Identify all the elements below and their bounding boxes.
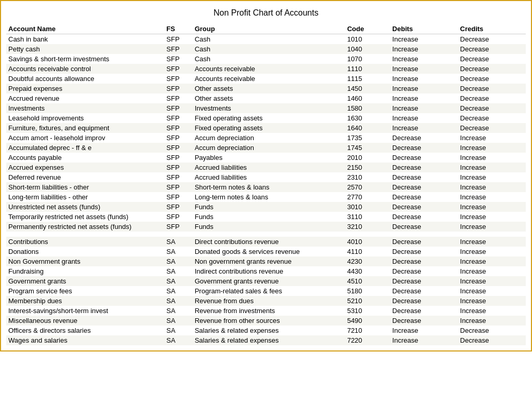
cell-account-name: Short-term liabilities - other xyxy=(6,182,164,192)
cell-credits: Decrease xyxy=(458,64,526,74)
cell-debits: Increase xyxy=(390,84,458,93)
cell-debits: Decrease xyxy=(390,182,458,192)
cell-group: Funds xyxy=(193,202,345,212)
cell-group: Salaries & related expenses xyxy=(193,335,345,345)
cell-fs: SFP xyxy=(164,84,192,93)
col-header-fs: FS xyxy=(164,24,192,34)
cell-credits: Increase xyxy=(458,212,526,222)
table-row: Interest-savings/short-term invest SA Re… xyxy=(6,306,526,316)
cell-code: 4430 xyxy=(345,266,390,276)
cell-account-name: Permanently restricted net assets (funds… xyxy=(6,222,164,232)
table-row: Wages and salaries SA Salaries & related… xyxy=(6,335,526,345)
cell-fs: SFP xyxy=(164,202,192,212)
cell-credits: Increase xyxy=(458,266,526,276)
table-row: Short-term liabilities - other SFP Short… xyxy=(6,182,526,192)
cell-account-name: Accum amort - leasehold improv xyxy=(6,133,164,143)
cell-code: 3010 xyxy=(345,202,390,212)
table-row: Accounts receivable control SFP Accounts… xyxy=(6,64,526,74)
cell-group: Program-related sales & fees xyxy=(193,286,345,296)
cell-credits: Increase xyxy=(458,286,526,296)
cell-code: 5210 xyxy=(345,296,390,306)
cell-debits: Decrease xyxy=(390,247,458,256)
cell-debits: Increase xyxy=(390,113,458,123)
cell-debits: Decrease xyxy=(390,256,458,266)
cell-credits: Decrease xyxy=(458,335,526,345)
cell-account-name: Accrued expenses xyxy=(6,163,164,172)
cell-group: Salaries & related expenses xyxy=(193,326,345,335)
cell-fs: SFP xyxy=(164,54,192,64)
cell-group: Other assets xyxy=(193,93,345,103)
table-row: Prepaid expenses SFP Other assets 1450 I… xyxy=(6,84,526,93)
cell-group: Non government grants revenue xyxy=(193,256,345,266)
cell-credits: Decrease xyxy=(458,326,526,335)
cell-code: 4230 xyxy=(345,256,390,266)
table-row: Non Government grants SA Non government … xyxy=(6,256,526,266)
table-row: Officers & directors salaries SA Salarie… xyxy=(6,326,526,335)
cell-code: 2150 xyxy=(345,163,390,172)
cell-fs: SA xyxy=(164,316,192,326)
col-header-credits: Credits xyxy=(458,24,526,34)
cell-credits: Increase xyxy=(458,237,526,247)
cell-group: Cash xyxy=(193,54,345,64)
cell-group: Accrued liabilities xyxy=(193,172,345,182)
cell-group: Cash xyxy=(193,44,345,54)
cell-debits: Decrease xyxy=(390,296,458,306)
cell-debits: Increase xyxy=(390,326,458,335)
cell-debits: Increase xyxy=(390,103,458,113)
cell-debits: Decrease xyxy=(390,192,458,202)
cell-code: 3210 xyxy=(345,222,390,232)
cell-fs: SFP xyxy=(164,212,192,222)
cell-debits: Decrease xyxy=(390,286,458,296)
table-row: Leasehold improvements SFP Fixed operati… xyxy=(6,113,526,123)
cell-credits: Increase xyxy=(458,222,526,232)
cell-credits: Increase xyxy=(458,143,526,153)
cell-account-name: Doubtful accounts allowance xyxy=(6,74,164,84)
cell-account-name: Leasehold improvements xyxy=(6,113,164,123)
spacer-row xyxy=(6,232,526,237)
cell-code: 1460 xyxy=(345,93,390,103)
cell-fs: SFP xyxy=(164,74,192,84)
cell-code: 7210 xyxy=(345,326,390,335)
table-row: Government grants SA Government grants r… xyxy=(6,276,526,286)
cell-code: 1735 xyxy=(345,133,390,143)
cell-code: 4010 xyxy=(345,237,390,247)
cell-credits: Increase xyxy=(458,316,526,326)
chart-of-accounts-table: Account Name FS Group Code Debits Credit… xyxy=(6,24,526,345)
cell-account-name: Contributions xyxy=(6,237,164,247)
cell-fs: SFP xyxy=(164,143,192,153)
cell-group: Revenue from other sources xyxy=(193,316,345,326)
cell-group: Direct contributions revenue xyxy=(193,237,345,247)
cell-fs: SA xyxy=(164,296,192,306)
cell-debits: Decrease xyxy=(390,163,458,172)
cell-credits: Decrease xyxy=(458,123,526,133)
cell-account-name: Unrestricted net assets (funds) xyxy=(6,202,164,212)
table-row: Deferred revenue SFP Accrued liabilities… xyxy=(6,172,526,182)
cell-group: Donated goods & services revenue xyxy=(193,247,345,256)
cell-fs: SFP xyxy=(164,133,192,143)
cell-debits: Increase xyxy=(390,93,458,103)
cell-account-name: Government grants xyxy=(6,276,164,286)
col-header-group: Group xyxy=(193,24,345,34)
cell-account-name: Fundraising xyxy=(6,266,164,276)
cell-credits: Increase xyxy=(458,192,526,202)
cell-fs: SA xyxy=(164,256,192,266)
col-header-code: Code xyxy=(345,24,390,34)
table-row: Accrued expenses SFP Accrued liabilities… xyxy=(6,163,526,172)
cell-fs: SFP xyxy=(164,163,192,172)
cell-credits: Increase xyxy=(458,182,526,192)
cell-fs: SFP xyxy=(164,192,192,202)
cell-group: Accounts receivable xyxy=(193,64,345,74)
cell-credits: Decrease xyxy=(458,74,526,84)
cell-debits: Increase xyxy=(390,34,458,45)
cell-fs: SFP xyxy=(164,93,192,103)
cell-credits: Increase xyxy=(458,163,526,172)
cell-account-name: Wages and salaries xyxy=(6,335,164,345)
cell-debits: Decrease xyxy=(390,212,458,222)
cell-fs: SFP xyxy=(164,182,192,192)
cell-credits: Increase xyxy=(458,172,526,182)
cell-debits: Increase xyxy=(390,74,458,84)
cell-account-name: Cash in bank xyxy=(6,34,164,45)
table-row: Furniture, fixtures, and equipment SFP F… xyxy=(6,123,526,133)
cell-debits: Decrease xyxy=(390,306,458,316)
cell-fs: SFP xyxy=(164,103,192,113)
